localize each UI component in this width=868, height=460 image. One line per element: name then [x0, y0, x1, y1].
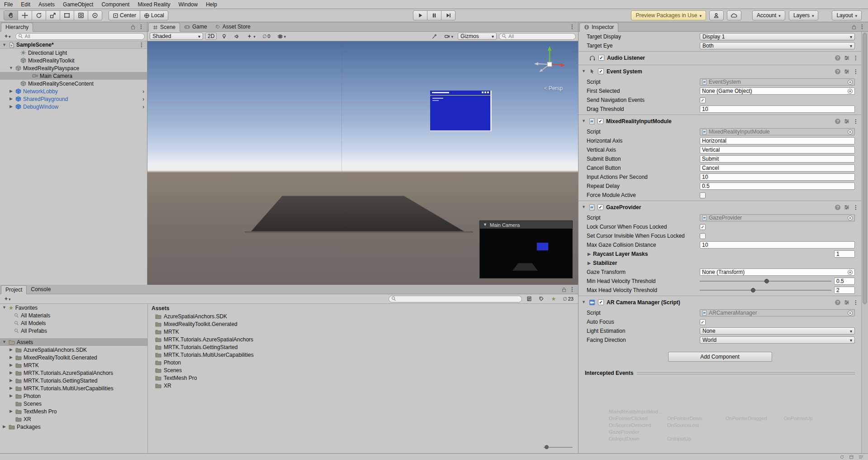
favorite-all-prefabs[interactable]: All Prefabs	[0, 327, 147, 335]
favorite-all-materials[interactable]: All Materials	[0, 311, 147, 319]
foldout-icon[interactable]	[9, 348, 14, 352]
kebab-menu-icon[interactable]	[853, 204, 859, 211]
horizontal-axis-field[interactable]: Horizontal	[700, 137, 855, 144]
tree-folder[interactable]: MixedRealityToolkit.Generated	[0, 354, 147, 361]
hierarchy-item-mixedrealitytoolkit[interactable]: MixedRealityToolkit	[0, 57, 147, 64]
console-status-icon[interactable]	[859, 455, 863, 460]
menu-assets[interactable]: Assets	[34, 0, 59, 9]
tree-folder[interactable]: AzureSpatialAnchors.SDK	[0, 346, 147, 354]
tree-folder[interactable]: XR	[0, 415, 147, 423]
enable-checkbox[interactable]	[598, 55, 604, 61]
layers-dropdown[interactable]: Layers	[789, 10, 819, 20]
transform-tool-button[interactable]	[74, 10, 88, 20]
menu-mixed-reality[interactable]: Mixed Reality	[133, 0, 174, 9]
prefab-open-arrow-icon[interactable]	[142, 88, 144, 95]
component-header-gaze-provider[interactable]: GazeProvider	[579, 201, 861, 213]
tree-folder[interactable]: Photon	[0, 392, 147, 400]
repeat-delay-field[interactable]: 0.5	[700, 182, 855, 190]
checkbox[interactable]	[700, 192, 706, 198]
tab-hierarchy[interactable]: Hierarchy	[1, 23, 33, 32]
hidden-packages-button[interactable]: 23	[560, 295, 576, 302]
hierarchy-item-main-camera[interactable]: Main Camera	[0, 72, 147, 80]
audio-toggle-button[interactable]	[232, 33, 242, 40]
foldout-icon[interactable]	[2, 340, 7, 344]
move-tool-button[interactable]	[18, 10, 32, 20]
layout-dropdown[interactable]: Layout	[832, 10, 862, 20]
checkbox[interactable]	[700, 319, 706, 325]
preset-icon[interactable]	[844, 69, 849, 74]
lock-icon[interactable]	[852, 24, 856, 29]
checkbox[interactable]	[700, 224, 706, 230]
hierarchy-item-directional-light[interactable]: Directional Light	[0, 49, 147, 57]
tree-folder[interactable]: MRTK.Tutorials.MultiUserCapabilities	[0, 384, 147, 392]
scale-tool-button[interactable]	[46, 10, 60, 20]
orientation-gizmo[interactable]	[529, 44, 570, 85]
hand-tool-button[interactable]	[4, 10, 18, 20]
effects-dropdown-button[interactable]	[244, 33, 258, 40]
tree-folder[interactable]: MRTK.Tutorials.AzureSpatialAnchors	[0, 369, 147, 377]
help-icon[interactable]	[835, 55, 840, 61]
foldout-icon[interactable]	[9, 363, 14, 367]
pivot-toggle-button[interactable]: Center	[109, 10, 140, 20]
foldout-icon[interactable]	[581, 300, 586, 304]
tab-scene[interactable]: Scene	[148, 23, 180, 32]
scene-search-input[interactable]	[508, 34, 573, 39]
enable-checkbox[interactable]	[598, 204, 603, 210]
help-icon[interactable]	[835, 300, 840, 305]
raycast-size-field[interactable]: 1	[834, 250, 855, 258]
menu-help[interactable]: Help	[202, 0, 221, 9]
foldout-icon[interactable]	[587, 252, 592, 256]
raycast-layer-masks-row[interactable]: Raycast Layer Masks 1	[579, 249, 861, 259]
component-header-event-system[interactable]: Event System	[579, 65, 861, 77]
drag-threshold-field[interactable]: 10	[700, 105, 855, 113]
tree-folder[interactable]: TextMesh Pro	[0, 407, 147, 415]
account-dropdown[interactable]: Account	[752, 10, 785, 20]
first-selected-object-field[interactable]: None (Game Object)	[700, 87, 855, 95]
component-header-audio-listener[interactable]: Audio Listener	[579, 51, 861, 64]
foldout-icon[interactable]	[9, 371, 14, 375]
foldout-icon[interactable]	[9, 66, 14, 70]
tab-inspector[interactable]: Inspector	[579, 23, 618, 32]
asset-list-item[interactable]: AzureSpatialAnchors.SDK	[148, 312, 578, 320]
foldout-icon[interactable]	[581, 205, 586, 209]
foldout-icon[interactable]	[9, 89, 14, 93]
tab-console[interactable]: Console	[27, 285, 55, 294]
hierarchy-search[interactable]	[15, 33, 145, 40]
tab-project[interactable]: Project	[1, 285, 27, 294]
preset-icon[interactable]	[844, 205, 849, 210]
tree-folder[interactable]: MRTK.Tutorials.GettingStarted	[0, 377, 147, 384]
shading-mode-dropdown[interactable]: Shaded	[150, 33, 203, 40]
foldout-icon[interactable]	[9, 379, 14, 383]
kebab-menu-icon[interactable]	[569, 24, 575, 30]
add-component-button[interactable]: Add Component	[668, 352, 772, 362]
projection-toggle[interactable]: Persp	[544, 85, 563, 91]
foldout-icon[interactable]	[581, 69, 586, 73]
search-by-type-button[interactable]	[524, 295, 534, 302]
refresh-status-icon[interactable]	[840, 455, 844, 460]
kebab-menu-icon[interactable]	[853, 118, 859, 125]
hierarchy-scene-row[interactable]: SampleScene*	[0, 41, 147, 49]
facing-direction-dropdown[interactable]: World	[700, 336, 855, 344]
scene-viewport[interactable]: Persp Main Camera	[147, 41, 578, 285]
kebab-menu-icon[interactable]	[853, 55, 859, 61]
package-status-icon[interactable]	[849, 455, 854, 460]
object-picker-icon[interactable]	[848, 311, 853, 316]
vertical-axis-field[interactable]: Vertical	[700, 146, 855, 153]
prefab-open-arrow-icon[interactable]	[142, 104, 144, 110]
menu-component[interactable]: Component	[97, 0, 133, 9]
scrollbar-thumb[interactable]	[863, 33, 867, 304]
favorites-search-button[interactable]	[549, 295, 558, 302]
asset-list-item[interactable]: MRTK	[148, 328, 578, 335]
rotate-tool-button[interactable]	[32, 10, 46, 20]
menu-edit[interactable]: Edit	[17, 0, 34, 9]
cancel-button-field[interactable]: Cancel	[700, 164, 855, 172]
kebab-menu-icon[interactable]	[853, 299, 859, 306]
light-estimation-dropdown[interactable]: None	[700, 327, 855, 335]
kebab-menu-icon[interactable]	[853, 68, 859, 75]
foldout-icon[interactable]	[2, 306, 7, 310]
assets-root-row[interactable]: Assets	[0, 338, 147, 346]
inspector-scrollbar[interactable]	[861, 32, 868, 453]
foldout-icon[interactable]	[581, 119, 586, 123]
enable-checkbox[interactable]	[598, 68, 604, 74]
lighting-toggle-button[interactable]	[219, 33, 229, 40]
